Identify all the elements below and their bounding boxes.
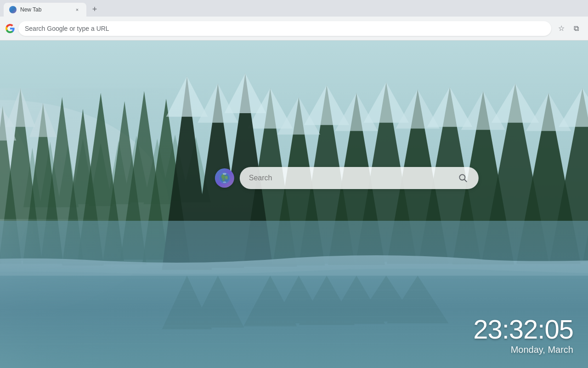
tab-title: New Tab: [20, 6, 70, 13]
svg-point-86: [223, 182, 226, 183]
url-bar[interactable]: Search Google or type a URL: [18, 21, 551, 36]
svg-point-87: [459, 175, 465, 180]
search-input[interactable]: [249, 174, 455, 182]
search-widget: [215, 167, 479, 189]
svg-point-82: [221, 174, 225, 179]
clock-time: 23:32:05: [473, 316, 573, 343]
new-tab-button[interactable]: +: [88, 3, 101, 16]
clock-date: Monday, March: [473, 345, 573, 355]
active-tab[interactable]: New Tab ×: [4, 3, 86, 17]
avatar[interactable]: [215, 168, 234, 188]
url-text: Search Google or type a URL: [25, 25, 109, 32]
clock-widget: 23:32:05 Monday, March: [473, 316, 573, 355]
extensions-button[interactable]: ⧉: [570, 22, 582, 35]
search-box[interactable]: [240, 167, 479, 189]
main-content: 23:32:05 Monday, March: [0, 40, 588, 368]
tab-favicon: [9, 6, 17, 13]
svg-line-88: [464, 180, 467, 182]
tab-bar: New Tab × +: [0, 0, 588, 17]
svg-point-85: [223, 173, 226, 175]
bookmark-button[interactable]: ☆: [555, 22, 568, 35]
svg-point-84: [222, 179, 225, 181]
tab-close-button[interactable]: ×: [74, 6, 81, 13]
search-button[interactable]: [455, 170, 471, 186]
toolbar-icons: ☆ ⧉: [555, 22, 582, 35]
browser-frame: New Tab × + Search Google or type a URL …: [0, 0, 588, 368]
address-bar: Search Google or type a URL ☆ ⧉: [0, 17, 588, 40]
google-logo-icon: [6, 24, 15, 33]
svg-point-83: [225, 176, 228, 179]
